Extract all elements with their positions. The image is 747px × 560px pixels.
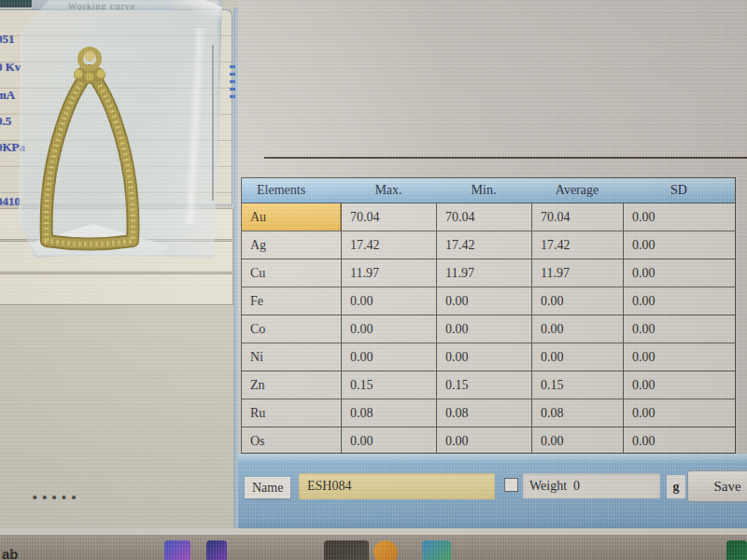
resize-handle-dots: ••••• — [31, 490, 79, 505]
name-input[interactable]: ESH084 — [299, 473, 495, 499]
bag-highlight — [184, 28, 207, 224]
sample-info-bar: Name ESH084 Weight 0 g Save — [238, 454, 747, 528]
save-button[interactable]: Save — [687, 470, 747, 502]
taskbar: ab — [0, 535, 747, 560]
spreadsheet-app-icon[interactable] — [726, 540, 747, 560]
media-app-icon[interactable] — [206, 540, 227, 560]
sd-cell: 0.00 — [623, 231, 735, 259]
min-cell: 0.00 — [436, 287, 531, 315]
element-cell: Os — [242, 427, 341, 454]
average-cell: 11.97 — [531, 259, 623, 287]
min-cell: 11.97 — [436, 259, 531, 287]
min-cell: 70.04 — [436, 203, 531, 231]
weight-label: Weight — [529, 479, 567, 494]
max-cell: 0.00 — [341, 343, 436, 371]
photos-app-icon[interactable] — [164, 540, 190, 560]
folder-icon[interactable] — [374, 540, 398, 560]
min-cell: 0.08 — [436, 399, 531, 427]
main-panel: Elements Max. Min. Average SD Au 70.04 7… — [238, 0, 747, 528]
analyzer-screen: Working curve 0510 KvmA0.50KPa0410 •••••… — [0, 0, 747, 560]
taskbar-partial-text: ab — [2, 546, 19, 560]
average-cell: 0.00 — [531, 427, 623, 454]
unit-label: g — [667, 475, 685, 498]
min-cell: 0.00 — [436, 315, 531, 343]
element-cell: Zn — [242, 371, 341, 399]
min-cell: 0.00 — [436, 427, 531, 454]
average-cell: 0.00 — [531, 315, 623, 343]
screen-bottom-edge — [0, 528, 747, 535]
table-row[interactable]: Cu 11.97 11.97 11.97 0.00 — [242, 259, 735, 287]
element-cell: Co — [242, 315, 341, 343]
header-sd: SD — [623, 178, 735, 203]
sd-cell: 0.00 — [623, 259, 735, 287]
min-cell: 0.00 — [436, 343, 531, 371]
sd-cell: 0.00 — [623, 427, 735, 454]
element-cell: Ru — [242, 399, 341, 427]
table-row[interactable]: Ru 0.08 0.08 0.08 0.00 — [242, 399, 735, 427]
average-cell: 17.42 — [531, 231, 623, 259]
horizontal-rule — [264, 157, 747, 159]
divider-tick-marks — [230, 65, 235, 103]
results-table-header: Elements Max. Min. Average SD — [242, 178, 735, 203]
average-cell: 0.08 — [531, 399, 623, 427]
element-cell: Ag — [242, 231, 341, 259]
element-cell: Cu — [242, 259, 341, 287]
results-table: Elements Max. Min. Average SD Au 70.04 7… — [241, 177, 736, 454]
dark-app-icon[interactable] — [324, 540, 369, 560]
form-field-row — [0, 273, 233, 305]
table-row[interactable]: Ag 17.42 17.42 17.42 0.00 — [242, 231, 735, 259]
max-cell: 0.08 — [341, 399, 436, 427]
sd-cell: 0.00 — [623, 315, 735, 343]
min-cell: 17.42 — [436, 231, 531, 259]
table-row[interactable]: Ni 0.00 0.00 0.00 0.00 — [242, 343, 735, 371]
browser-icon[interactable] — [422, 540, 451, 560]
element-cell: Ni — [242, 343, 341, 371]
max-cell: 0.00 — [341, 315, 436, 343]
sd-cell: 0.00 — [623, 287, 735, 315]
table-row[interactable]: Os 0.00 0.00 0.00 0.00 — [242, 427, 735, 454]
sd-cell: 0.00 — [623, 203, 735, 231]
sd-cell: 0.00 — [623, 399, 735, 427]
min-cell: 0.15 — [436, 371, 531, 399]
gold-pendant-frame — [13, 34, 162, 269]
max-cell: 17.42 — [341, 231, 436, 259]
max-cell: 0.15 — [341, 371, 436, 399]
max-cell: 70.04 — [341, 203, 436, 231]
table-row[interactable]: Zn 0.15 0.15 0.15 0.00 — [242, 371, 735, 399]
average-cell: 0.15 — [531, 371, 623, 399]
left-readout-value: 0.5 — [0, 114, 11, 129]
header-min: Min. — [436, 178, 531, 203]
element-cell: Fe — [242, 287, 341, 315]
table-row[interactable]: Au 70.04 70.04 70.04 0.00 — [242, 203, 735, 231]
sd-cell: 0.00 — [623, 343, 735, 371]
element-cell: Au — [242, 203, 341, 231]
weight-checkbox[interactable] — [504, 478, 518, 492]
header-average: Average — [531, 178, 623, 203]
results-table-body: Au 70.04 70.04 70.04 0.00 Ag 17.42 17.42… — [242, 203, 735, 454]
max-cell: 0.00 — [341, 287, 436, 315]
header-elements: Elements — [242, 178, 341, 203]
weight-field[interactable]: Weight 0 — [523, 473, 660, 498]
header-max: Max. — [341, 178, 436, 203]
table-row[interactable]: Co 0.00 0.00 0.00 0.00 — [242, 315, 735, 343]
bag-highlight — [149, 0, 230, 24]
max-cell: 11.97 — [341, 259, 436, 287]
name-label: Name — [245, 477, 290, 498]
average-cell: 0.00 — [531, 287, 623, 315]
max-cell: 0.00 — [341, 427, 436, 454]
average-cell: 70.04 — [531, 203, 623, 231]
weight-value: 0 — [573, 479, 580, 494]
table-row[interactable]: Fe 0.00 0.00 0.00 0.00 — [242, 287, 735, 315]
sd-cell: 0.00 — [623, 371, 735, 399]
average-cell: 0.00 — [531, 343, 623, 371]
